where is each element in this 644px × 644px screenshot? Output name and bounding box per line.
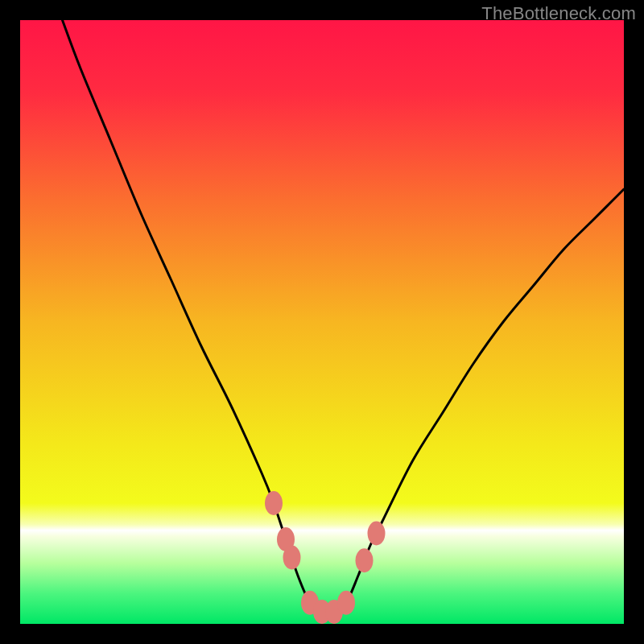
- outer-frame: TheBottleneck.com: [0, 0, 644, 644]
- plot-area: [20, 20, 624, 624]
- marker-dot: [337, 591, 355, 615]
- bottleneck-chart: [20, 20, 624, 624]
- marker-dot: [265, 491, 283, 515]
- gradient-background: [20, 20, 624, 624]
- marker-dot: [283, 546, 301, 570]
- marker-dot: [356, 548, 374, 572]
- marker-dot: [368, 522, 386, 546]
